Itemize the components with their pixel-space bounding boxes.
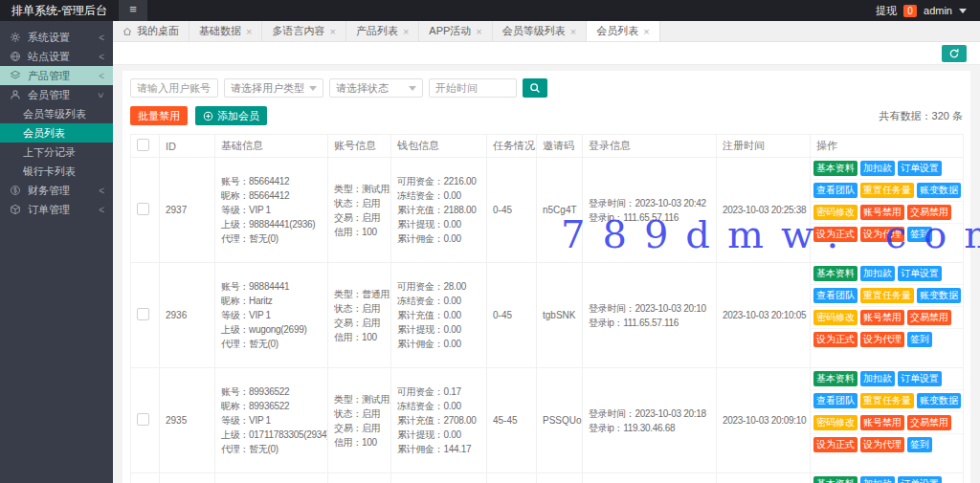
action-button[interactable]: 交易禁用 xyxy=(907,415,951,430)
action-button[interactable]: 加扣款 xyxy=(860,371,895,386)
actions-cell: 基本资料加扣款订单设置查看团队重置任务量账变数据密码修改账号禁用交易禁用设为正式… xyxy=(811,368,964,473)
action-button[interactable]: 加扣款 xyxy=(860,476,895,483)
tab-member-list[interactable]: 会员列表× xyxy=(587,21,659,41)
action-button[interactable]: 加扣款 xyxy=(860,266,895,281)
action-button[interactable]: 重置任务量 xyxy=(860,288,914,303)
action-button[interactable]: 设为正式 xyxy=(813,332,858,347)
info-line: 代理：暂无(0) xyxy=(221,231,322,246)
action-button[interactable]: 交易禁用 xyxy=(907,310,951,325)
action-button[interactable]: 设为代理 xyxy=(860,437,904,452)
finance-icon xyxy=(10,185,22,197)
action-button[interactable]: 签到 xyxy=(907,437,932,452)
sidebar-item-updown-records[interactable]: 上下分记录 xyxy=(0,143,113,162)
action-button[interactable]: 账号禁用 xyxy=(860,310,904,325)
status-select[interactable]: 请选择状态 xyxy=(329,78,423,98)
row-checkbox[interactable] xyxy=(137,203,149,215)
select-all-checkbox[interactable] xyxy=(137,139,149,151)
action-button[interactable]: 设为正式 xyxy=(813,227,858,242)
close-icon[interactable]: × xyxy=(246,26,252,37)
tab-product-list[interactable]: 产品列表× xyxy=(346,21,419,41)
sidebar-item-member-level-list[interactable]: 会员等级列表 xyxy=(0,104,113,123)
action-button[interactable]: 订单设置 xyxy=(898,161,942,176)
action-button[interactable]: 签到 xyxy=(907,227,932,242)
action-button[interactable]: 密码修改 xyxy=(813,205,858,220)
basic-info-cell: 账号：85664412昵称：85664412等级：VIP 1上级：9888444… xyxy=(215,158,328,263)
sidebar-item-site-settings[interactable]: 站点设置< xyxy=(0,47,113,66)
action-button[interactable]: 账号禁用 xyxy=(860,205,904,220)
action-button[interactable]: 账号禁用 xyxy=(860,415,904,430)
register-time-cell: 2023-10-03 20:09:10 xyxy=(717,368,811,473)
gear-icon xyxy=(10,32,22,44)
tab-my-desktop[interactable]: 我的桌面 xyxy=(113,21,189,41)
withdraw-link[interactable]: 提现 xyxy=(876,4,897,18)
product-icon xyxy=(10,70,22,82)
action-button[interactable]: 基本资料 xyxy=(813,371,858,386)
action-button[interactable]: 查看团队 xyxy=(813,288,858,303)
search-button[interactable] xyxy=(523,78,547,98)
tab-multilang-content[interactable]: 多语言内容× xyxy=(262,21,345,41)
add-member-button[interactable]: 添加会员 xyxy=(195,106,267,125)
action-button-line: 设为正式设为代理签到 xyxy=(811,434,963,455)
sidebar-item-bank-card-list[interactable]: 银行卡列表 xyxy=(0,162,113,181)
sidebar-subitem-label: 会员列表 xyxy=(23,126,65,141)
action-button[interactable]: 交易禁用 xyxy=(907,205,951,220)
close-icon[interactable]: × xyxy=(570,26,576,37)
action-button[interactable]: 订单设置 xyxy=(898,266,942,281)
start-time-input[interactable] xyxy=(429,78,517,98)
action-button[interactable]: 查看团队 xyxy=(813,393,858,408)
row-checkbox[interactable] xyxy=(137,413,149,426)
close-icon[interactable]: × xyxy=(329,26,335,37)
action-button[interactable]: 设为代理 xyxy=(860,227,904,242)
action-button[interactable]: 订单设置 xyxy=(898,476,942,483)
action-button[interactable]: 密码修改 xyxy=(813,310,858,325)
sidebar: 系统设置<站点设置<产品管理<会员管理<会员等级列表会员列表上下分记录银行卡列表… xyxy=(0,21,113,483)
column-header: 任务情况 xyxy=(487,135,537,158)
refresh-button[interactable] xyxy=(942,45,967,62)
action-button[interactable]: 基本资料 xyxy=(813,476,858,483)
sidebar-item-member-management[interactable]: 会员管理< xyxy=(0,85,113,104)
action-button[interactable]: 账变数据 xyxy=(917,393,961,408)
hamburger-menu-icon[interactable]: ≡ xyxy=(119,0,147,21)
chevron-down-icon xyxy=(309,86,317,91)
info-line: 类型：测试用户 xyxy=(334,392,385,406)
action-button[interactable]: 基本资料 xyxy=(813,266,858,281)
info-line: 累计充值：2188.00 xyxy=(397,203,480,217)
action-button[interactable]: 账变数据 xyxy=(917,288,961,303)
action-button[interactable]: 设为代理 xyxy=(860,332,904,347)
info-line: 累计充值：2708.00 xyxy=(397,413,480,428)
action-button[interactable]: 重置任务量 xyxy=(860,183,914,198)
action-button[interactable]: 基本资料 xyxy=(813,161,858,176)
action-button[interactable]: 加扣款 xyxy=(860,161,895,176)
tab-member-level-list[interactable]: 会员等级列表× xyxy=(493,21,587,41)
account-search-input[interactable] xyxy=(130,78,218,98)
basic-info-cell: 账号：89936522昵称：89936522等级：VIP 1上级：0171178… xyxy=(215,368,328,473)
action-button[interactable]: 设为正式 xyxy=(813,437,858,452)
close-icon[interactable]: × xyxy=(476,26,481,37)
tab-label: 多语言内容 xyxy=(272,24,324,38)
sidebar-item-system-settings[interactable]: 系统设置< xyxy=(0,28,113,47)
action-button[interactable]: 账变数据 xyxy=(917,183,961,198)
table-header: ID基础信息账号信息钱包信息任务情况邀请码登录信息注册时间操作 xyxy=(131,135,964,158)
sidebar-item-order-management[interactable]: 订单管理< xyxy=(0,200,113,219)
tab-label: 基础数据 xyxy=(199,24,241,38)
sidebar-item-finance-management[interactable]: 财务管理< xyxy=(0,181,113,200)
sidebar-item-product-management[interactable]: 产品管理< xyxy=(0,66,113,85)
sidebar-item-member-list[interactable]: 会员列表 xyxy=(0,123,113,143)
row-checkbox[interactable] xyxy=(137,308,149,320)
batch-disable-button[interactable]: 批量禁用 xyxy=(130,106,188,125)
info-line: 累计佣金：144.17 xyxy=(397,442,480,456)
action-button[interactable]: 签到 xyxy=(907,332,932,347)
info-line: 状态：启用 xyxy=(334,301,385,316)
user-menu[interactable]: admin xyxy=(924,5,952,16)
tab-app-activity[interactable]: APP活动× xyxy=(419,21,492,41)
action-button[interactable]: 重置任务量 xyxy=(860,393,914,408)
login-info-cell: 登录时间：2023-10-03 20:42登录ip：111.65.57.116 xyxy=(583,158,717,263)
tab-basic-data[interactable]: 基础数据× xyxy=(189,21,262,41)
action-button[interactable]: 密码修改 xyxy=(813,415,858,430)
id-cell: 2935 xyxy=(160,368,215,473)
action-button[interactable]: 查看团队 xyxy=(813,183,858,198)
close-icon[interactable]: × xyxy=(643,26,649,37)
user-type-select[interactable]: 请选择用户类型 xyxy=(224,78,323,98)
close-icon[interactable]: × xyxy=(403,26,409,37)
action-button[interactable]: 订单设置 xyxy=(898,371,942,386)
